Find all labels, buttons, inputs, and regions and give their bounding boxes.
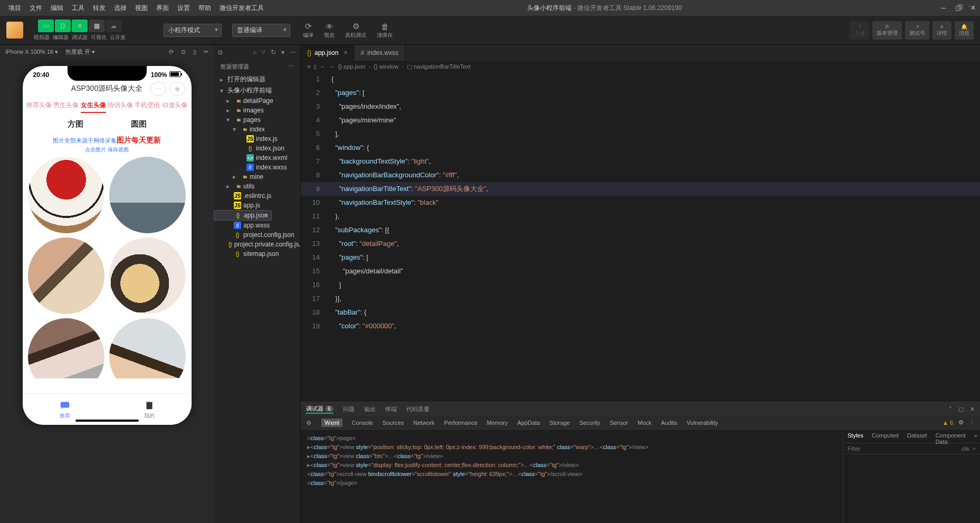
menu-工具[interactable]: 工具 — [68, 4, 89, 13]
refresh-icon[interactable]: ⟳ — [169, 49, 174, 55]
toolbar-版本管理[interactable]: ⎘版本管理 — [872, 21, 902, 40]
styles-tab-Dataset[interactable]: Dataset — [903, 430, 931, 443]
devtab-Audits[interactable]: Audits — [661, 420, 678, 426]
files-icon[interactable]: ⧉ — [218, 49, 223, 56]
file-app.json[interactable]: {}app.json — [214, 210, 272, 221]
tab-动漫头像[interactable]: 动漫头像 — [162, 99, 187, 113]
panel-close-icon[interactable]: ✕ — [970, 406, 975, 413]
panel-up-icon[interactable]: ˄ — [949, 406, 952, 413]
avatar-item[interactable] — [28, 237, 104, 314]
file-app.js[interactable]: JSapp.js — [214, 201, 300, 210]
compile-mode-select[interactable]: 普通编译 — [232, 24, 290, 37]
visual-toggle[interactable]: ▦ — [89, 20, 104, 32]
crumb-file[interactable]: {} app.json — [338, 63, 365, 70]
program-mode-select[interactable]: 小程序模式 — [164, 24, 222, 37]
tab-女生头像[interactable]: 女生头像 — [81, 99, 106, 113]
capsule-close-icon[interactable]: ◉ — [169, 82, 185, 96]
devtab-Sensor[interactable]: Sensor — [610, 420, 628, 426]
devtab-Sources[interactable]: Sources — [383, 420, 404, 426]
devtab-Storage[interactable]: Storage — [549, 420, 570, 426]
tab-推荐头像[interactable]: 推荐头像 — [26, 99, 52, 113]
action-真机调试[interactable]: ⚙真机调试 — [345, 21, 366, 39]
hotreload-select[interactable]: 热重载 开 ▾ — [65, 48, 95, 56]
panel-tab-代码质量[interactable]: 代码质量 — [406, 405, 430, 413]
gear-icon[interactable]: ⚙ — [958, 419, 964, 426]
file-sitemap.json[interactable]: {}sitemap.json — [214, 249, 300, 259]
styles-overflow-icon[interactable]: » — [970, 430, 980, 443]
cls-toggle[interactable]: .cls — [960, 445, 969, 452]
crumb-bookmark-icon[interactable]: ▯ — [313, 63, 317, 70]
avatar-item[interactable] — [28, 318, 104, 378]
crumb-back-icon[interactable]: ← — [320, 63, 326, 70]
refresh-icon[interactable]: ↻ — [271, 49, 276, 56]
panel-tab-输出[interactable]: 输出 — [364, 405, 376, 413]
cut-icon[interactable]: ✂ — [204, 49, 208, 55]
file-index.wxml[interactable]: <>index.wxml — [214, 153, 300, 163]
device-icon[interactable]: ▯ — [193, 49, 196, 55]
more-icon[interactable]: ⋯ — [968, 3, 975, 10]
devtab-Security[interactable]: Security — [579, 420, 601, 426]
devtab-Memory[interactable]: Memory — [487, 420, 508, 426]
seg-circle[interactable]: 圆图 — [131, 119, 147, 129]
file-index.js[interactable]: JSindex.js — [214, 134, 300, 144]
menu-界面[interactable]: 界面 — [152, 4, 173, 13]
inspect-icon[interactable]: ⯐ — [306, 420, 312, 426]
panel-tab-终端[interactable]: 终端 — [385, 405, 397, 413]
collapse-icon[interactable]: ▾ — [281, 49, 284, 56]
file-index.wxss[interactable]: #index.wxss — [214, 163, 300, 172]
menu-编辑[interactable]: 编辑 — [46, 4, 68, 13]
capsule-menu-icon[interactable]: ⋯ — [150, 82, 166, 96]
section-project[interactable]: ▾头像小程序前端 — [214, 85, 300, 96]
menu-转发[interactable]: 转发 — [89, 4, 110, 13]
devtab-Wxml[interactable]: Wxml — [321, 419, 342, 427]
menu-帮助[interactable]: 帮助 — [194, 4, 215, 13]
simulator-toggle[interactable]: ▭ — [38, 20, 54, 32]
debugger-toggle[interactable]: ≡ — [72, 20, 88, 32]
devtab-Performance[interactable]: Performance — [444, 420, 478, 426]
menu-项目[interactable]: 项目 — [4, 4, 25, 13]
device-select[interactable]: iPhone X 100% 16 ▾ — [5, 49, 58, 55]
file-app.wxss[interactable]: #app.wxss — [214, 221, 300, 230]
styles-tab-Component Data[interactable]: Component Data — [931, 430, 970, 443]
crumb-nav-icon[interactable]: ≡ — [307, 63, 310, 70]
avatar-item[interactable] — [109, 237, 186, 314]
devtab-Console[interactable]: Console — [352, 420, 373, 426]
action-预览[interactable]: 👁预览 — [324, 21, 335, 39]
code-editor[interactable]: 12345678910111213141516171819 { "pages":… — [301, 72, 980, 402]
cloud-toggle[interactable]: ☁ — [106, 20, 121, 32]
editor-toggle[interactable]: ⟨⟩ — [55, 20, 71, 32]
menu-文件[interactable]: 文件 — [25, 4, 46, 13]
devtab-Vulnerability[interactable]: Vulnerability — [687, 420, 718, 426]
file-mine[interactable]: ▸🖿mine — [214, 172, 300, 182]
menu-选择[interactable]: 选择 — [110, 4, 131, 13]
file-.eslintrc.js[interactable]: JS.eslintrc.js — [214, 191, 300, 201]
panel-tab-调试器[interactable]: 调试器6 — [306, 405, 334, 414]
menu-视图[interactable]: 视图 — [131, 4, 152, 13]
styles-tab-Computed[interactable]: Computed — [868, 430, 903, 443]
wxml-inspector[interactable]: <class="tg">page> ▸<class="tg">view styl… — [301, 430, 843, 523]
search-icon[interactable]: ⌕ — [253, 49, 256, 56]
explorer-more-icon[interactable]: ⋯ — [288, 63, 294, 71]
menu-设置[interactable]: 设置 — [173, 4, 194, 13]
toolbar-测试号[interactable]: ↗测试号 — [905, 21, 929, 40]
file-utils[interactable]: ▸🖿utils — [214, 182, 300, 191]
seg-square[interactable]: 方图 — [68, 119, 83, 129]
file-images[interactable]: ▸🖿images — [214, 106, 300, 115]
editor-tab-app.json[interactable]: {}app.json× — [301, 45, 354, 61]
warning-badge[interactable]: ▲ 6 — [943, 420, 953, 426]
crumb-leaf[interactable]: ▢ navigationBarTitleText — [407, 63, 471, 70]
split-icon[interactable]: ▥ — [957, 3, 963, 10]
file-project.config.json[interactable]: {}project.config.json — [214, 230, 300, 240]
file-project.private.config.js...[interactable]: {}project.private.config.js... — [214, 240, 300, 249]
section-open-editors[interactable]: ▸打开的编辑器 — [214, 74, 300, 85]
toolbar-详情[interactable]: ≡详情 — [933, 21, 952, 40]
devtools-more-icon[interactable]: ⋮ — [969, 419, 975, 426]
toolbar-消息[interactable]: 🔔消息 — [955, 21, 974, 40]
file-detailPage[interactable]: ▸🖿detailPage — [214, 96, 300, 106]
toolbar-上传[interactable]: ⇧上传 — [850, 21, 869, 40]
file-pages[interactable]: ▾🖿pages — [214, 115, 300, 125]
tab-男生头像[interactable]: 男生头像 — [53, 99, 79, 113]
devtab-Mock[interactable]: Mock — [638, 420, 651, 426]
devtab-Network[interactable]: Network — [413, 420, 434, 426]
styles-tab-Styles[interactable]: Styles — [843, 430, 868, 443]
